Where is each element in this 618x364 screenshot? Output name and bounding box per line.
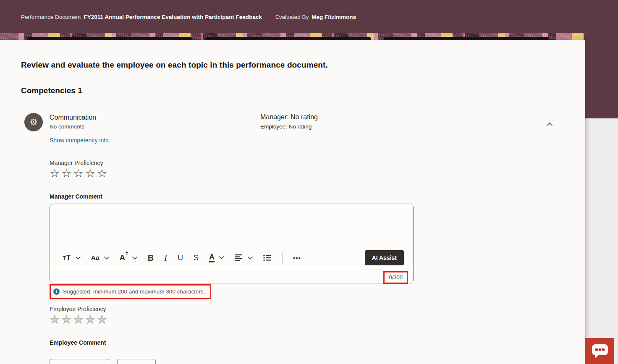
- page-instruction: Review and evaluate the employee on each…: [21, 60, 564, 70]
- chevron-down-icon: [219, 256, 224, 259]
- page-banner: Performance Document FY2011 Annual Perfo…: [0, 0, 618, 33]
- comment-text-area[interactable]: [50, 204, 413, 248]
- chevron-down-icon: [104, 257, 109, 259]
- employee-rating-summary: Employee: No rating: [260, 123, 318, 130]
- info-icon: i: [53, 288, 60, 295]
- save-and-next-button[interactable]: Save and Next: [50, 359, 109, 364]
- underline-button[interactable]: U: [178, 254, 183, 262]
- background-right-band: [585, 118, 618, 364]
- alignment-dropdown[interactable]: [235, 254, 253, 261]
- action-buttons: Save and Next Cancel: [50, 359, 585, 364]
- chat-bubble-icon: [591, 343, 609, 359]
- toolbar-divider: [282, 252, 283, 264]
- feedback-chat-button[interactable]: [585, 338, 614, 364]
- hidden-section-card-edge: [206, 37, 371, 40]
- hint-text: Suggested, minimum 200 and maximum 300 c…: [63, 288, 205, 295]
- star-icon: ★: [73, 314, 85, 325]
- competency-details: Manager Proficiency ☆☆☆☆☆ Manager Commen…: [50, 160, 585, 364]
- manager-rating-summary: Manager: No rating: [260, 113, 318, 121]
- collapse-chevron-icon[interactable]: [545, 120, 554, 129]
- font-size-icon: A±: [120, 253, 128, 262]
- star-icon: ★: [61, 314, 73, 325]
- chevron-down-icon: [132, 257, 137, 259]
- cancel-button[interactable]: Cancel: [117, 359, 156, 364]
- employee-comment-label: Employee Comment: [50, 339, 585, 346]
- banner-breadcrumb: Performance Document FY2011 Annual Perfo…: [0, 0, 618, 20]
- align-left-icon: [235, 254, 243, 261]
- competency-avatar: ⚙: [24, 113, 43, 131]
- show-competency-info-link[interactable]: Show competency info: [50, 137, 109, 144]
- star-icon: ★: [85, 314, 97, 325]
- competency-row: ⚙ Communication No comments Show compete…: [24, 113, 564, 146]
- evaluated-by-label: Evaluated By: [275, 14, 309, 20]
- bullet-list-button[interactable]: [263, 254, 272, 261]
- evaluated-by-value: Meg Fitzimmons: [312, 14, 356, 20]
- star-icon: ★: [50, 314, 61, 325]
- star-icon[interactable]: ☆: [85, 168, 97, 179]
- character-limit-hint: i Suggested, minimum 200 and maximum 300…: [50, 284, 211, 299]
- chevron-down-icon: [248, 257, 253, 259]
- performance-evaluation-page: Performance Document FY2011 Annual Perfo…: [0, 0, 618, 364]
- text-color-dropdown[interactable]: A: [209, 253, 224, 262]
- bold-button[interactable]: B: [148, 253, 154, 263]
- gear-badge-icon: ⚙: [30, 117, 38, 127]
- font-style-icon: Aa: [91, 254, 100, 262]
- character-count: 0/300: [383, 271, 408, 284]
- performance-document-title: FY2011 Annual Performance Evaluation wit…: [84, 14, 262, 20]
- manager-comment-label: Manager Comment: [50, 193, 585, 200]
- section-title: Competencies 1: [21, 86, 564, 95]
- heading-style-icon: ᴛT: [63, 254, 71, 262]
- star-icon[interactable]: ☆: [73, 168, 85, 179]
- editor-footer: 0/300: [50, 268, 413, 283]
- star-icon[interactable]: ☆: [61, 168, 73, 179]
- employee-proficiency-label: Employee Proficiency: [50, 306, 585, 312]
- hidden-section-card-edge: [27, 37, 192, 40]
- star-icon[interactable]: ☆: [50, 168, 61, 179]
- strikethrough-button[interactable]: S: [194, 254, 199, 262]
- employee-proficiency-rating: ★★★★★: [50, 314, 585, 325]
- bullet-list-icon: [263, 254, 272, 261]
- more-options-button[interactable]: •••: [293, 254, 301, 262]
- hidden-section-card-edge: [384, 37, 549, 40]
- manager-comment-editor: ᴛT Aa A± B I U S A: [50, 204, 414, 283]
- manager-proficiency-rating[interactable]: ☆☆☆☆☆: [50, 168, 585, 179]
- heading-style-dropdown[interactable]: ᴛT: [63, 254, 81, 262]
- evaluation-card: Review and evaluate the employee on each…: [0, 40, 585, 364]
- font-size-dropdown[interactable]: A±: [120, 253, 137, 262]
- rating-summary: Manager: No rating Employee: No rating: [260, 113, 318, 130]
- font-style-dropdown[interactable]: Aa: [91, 254, 109, 262]
- italic-button[interactable]: I: [164, 253, 167, 263]
- performance-document-label: Performance Document: [21, 14, 81, 20]
- star-icon: ★: [97, 314, 109, 325]
- ai-assist-button[interactable]: AI Assist: [365, 250, 404, 265]
- manager-proficiency-label: Manager Proficiency: [50, 160, 585, 166]
- editor-toolbar: ᴛT Aa A± B I U S A: [50, 248, 413, 268]
- star-icon[interactable]: ☆: [97, 168, 109, 179]
- chevron-down-icon: [76, 257, 81, 259]
- text-color-icon: A: [209, 253, 215, 262]
